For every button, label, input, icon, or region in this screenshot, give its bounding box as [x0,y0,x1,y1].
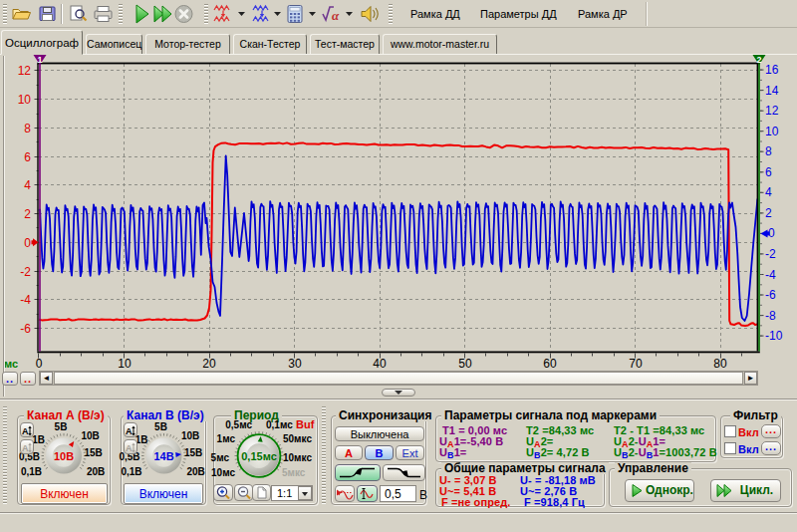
svg-text:50мкс: 50мкс [283,433,312,444]
svg-text:-2: -2 [765,247,776,261]
svg-text:4: 4 [24,178,31,192]
svg-text:-8: -8 [765,309,776,323]
svg-text:1мс: 1мс [217,433,236,444]
svg-text:10: 10 [118,357,132,371]
svg-text:-4: -4 [765,268,776,282]
svg-text:30: 30 [288,357,302,371]
svg-text:10мкс: 10мкс [283,452,312,463]
svg-text:0,5мс: 0,5мс [225,419,252,430]
svg-text:20В: 20В [187,466,205,477]
svg-text:10В: 10В [181,430,199,441]
svg-text:-4: -4 [20,293,31,307]
svg-text:6: 6 [24,150,31,164]
svg-text:1В: 1В [32,434,45,445]
svg-text:Buf: Buf [296,418,315,430]
svg-text:0: 0 [24,236,31,250]
svg-text:A: A [22,443,29,453]
svg-text:50: 50 [458,357,472,371]
svg-text:A: A [126,426,133,436]
svg-text:10В: 10В [82,430,100,441]
svg-text:4: 4 [765,185,772,199]
svg-text:12: 12 [18,64,32,78]
svg-text:40: 40 [373,357,387,371]
svg-text:0: 0 [36,357,43,371]
svg-text:-6: -6 [765,288,776,302]
svg-text:0,1В: 0,1В [21,466,42,477]
svg-text:5В: 5В [154,421,167,432]
svg-text:15В: 15В [85,447,103,458]
svg-text:0,15мс: 0,15мс [241,450,277,462]
svg-text:20: 20 [202,357,216,371]
svg-text:8: 8 [24,122,31,135]
svg-text:0,1мс: 0,1мс [266,419,293,430]
svg-text:5мкс: 5мкс [282,467,306,478]
svg-text:мс: мс [4,358,18,370]
svg-text:-2: -2 [20,265,31,279]
svg-text:5В: 5В [55,421,68,432]
svg-text:5мс: 5мс [211,452,230,463]
svg-text:A: A [22,426,29,436]
svg-text:10: 10 [18,93,32,107]
svg-text:6: 6 [765,165,772,179]
svg-text:15В: 15В [184,447,202,458]
svg-text:10мс: 10мс [211,467,235,478]
svg-text:14В: 14В [153,450,173,462]
svg-text:2: 2 [756,55,761,65]
svg-text:2: 2 [24,207,31,221]
svg-text:14: 14 [765,84,779,98]
svg-text:16: 16 [765,63,779,77]
svg-text:70: 70 [629,357,643,371]
svg-text:60: 60 [543,357,557,371]
svg-text:2: 2 [765,206,772,220]
svg-text:12: 12 [765,104,779,118]
svg-text:8: 8 [765,144,772,158]
svg-text:20В: 20В [87,466,105,477]
svg-text:A: A [126,443,133,453]
svg-text:-6: -6 [20,322,31,336]
svg-text:0,1В: 0,1В [121,466,141,477]
svg-text:80: 80 [713,357,727,371]
svg-text:10В: 10В [54,450,74,462]
svg-text:-10: -10 [765,329,783,343]
svg-text:1: 1 [37,55,42,65]
svg-text:10: 10 [765,125,779,138]
